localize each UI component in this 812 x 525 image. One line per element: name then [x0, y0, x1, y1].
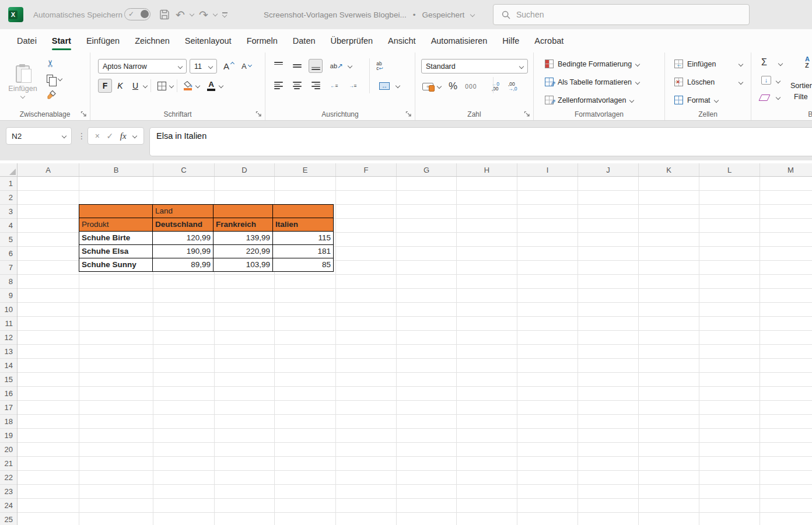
merge-chevron-icon[interactable]	[396, 83, 400, 88]
increase-font-size-button[interactable]: A	[223, 61, 234, 71]
tab-seitenlayout[interactable]: Seitenlayout	[177, 29, 239, 52]
column-header-H[interactable]: H	[457, 163, 517, 176]
fill-color-chevron-icon[interactable]	[195, 83, 200, 88]
sort-filter-icon[interactable]: A Z	[805, 56, 810, 69]
row-header-7[interactable]: 7	[0, 261, 17, 275]
column-header-D[interactable]: D	[215, 163, 275, 176]
insert-cells-button[interactable]: ← Einfügen	[665, 55, 751, 73]
column-header-F[interactable]: F	[336, 163, 397, 176]
cell-E6[interactable]: 181	[272, 244, 334, 258]
italic-button[interactable]: K	[113, 79, 127, 93]
wrap-text-button[interactable]: ab c↩	[373, 59, 387, 73]
cell-E3[interactable]	[272, 204, 334, 218]
search-input[interactable]	[516, 10, 709, 19]
formula-input[interactable]: Elsa in Italien	[149, 127, 812, 156]
fill-button[interactable]: ↓	[761, 76, 771, 85]
borders-chevron-icon[interactable]	[169, 83, 174, 88]
cell-B7[interactable]: Schuhe Sunny	[79, 258, 153, 272]
row-header-11[interactable]: 11	[0, 317, 17, 331]
cell-D3[interactable]	[213, 204, 273, 218]
tab-datei[interactable]: Datei	[9, 29, 44, 52]
undo-chevron-icon[interactable]	[190, 11, 194, 16]
column-header-E[interactable]: E	[275, 163, 336, 176]
tab-zeichnen[interactable]: Zeichnen	[127, 29, 177, 52]
row-header-21[interactable]: 21	[0, 457, 17, 471]
format-as-table-button[interactable]: ✎ Als Tabelle formatieren	[534, 73, 664, 91]
row-header-17[interactable]: 17	[0, 401, 17, 415]
comma-style-button[interactable]: 000	[465, 83, 477, 90]
delete-cells-button[interactable]: × Löschen	[665, 73, 751, 91]
column-header-J[interactable]: J	[578, 163, 639, 176]
column-header-G[interactable]: G	[397, 163, 457, 176]
tab-einfuegen[interactable]: Einfügen	[79, 29, 127, 52]
cell-D7[interactable]: 103,99	[213, 258, 273, 272]
increase-indent-button[interactable]: →≡	[346, 79, 360, 93]
cell-D5[interactable]: 139,99	[213, 231, 273, 245]
cell-E7[interactable]: 85	[272, 258, 334, 272]
orientation-chevron-icon[interactable]	[348, 64, 352, 68]
sort-filter-label-line1[interactable]: Sortier	[790, 82, 812, 90]
name-box-chevron-icon[interactable]	[62, 134, 66, 138]
percent-style-button[interactable]: %	[449, 80, 457, 92]
sort-filter-label-line2[interactable]: Filte	[794, 93, 808, 101]
column-header-B[interactable]: B	[79, 163, 153, 176]
align-bottom-button[interactable]	[309, 59, 323, 73]
underline-button[interactable]: U	[128, 79, 142, 93]
tab-acrobat[interactable]: Acrobat	[527, 29, 571, 52]
align-center-button[interactable]	[290, 79, 304, 93]
align-top-button[interactable]	[271, 59, 285, 73]
autosum-button[interactable]: Σ	[761, 57, 767, 68]
tab-daten[interactable]: Daten	[285, 29, 323, 52]
cell-C5[interactable]: 120,99	[152, 231, 214, 245]
tab-automatisieren[interactable]: Automatisieren	[424, 29, 495, 52]
cell-B6[interactable]: Schuhe Elsa	[79, 244, 153, 258]
number-format-combo[interactable]: Standard	[421, 59, 528, 74]
cell-styles-button[interactable]: ✎ Zellenformatvorlagen	[534, 91, 664, 109]
bold-button[interactable]: F	[98, 79, 112, 93]
copy-button[interactable]	[47, 73, 62, 85]
underline-chevron-icon[interactable]	[143, 83, 148, 88]
tab-start[interactable]: Start	[44, 29, 79, 52]
tab-ansicht[interactable]: Ansicht	[380, 29, 424, 52]
cell-D4[interactable]: Frankreich	[213, 218, 273, 232]
cell-C6[interactable]: 190,99	[152, 244, 214, 258]
orientation-button[interactable]: ab↗	[330, 59, 344, 73]
cell-C7[interactable]: 89,99	[152, 258, 214, 272]
redo-chevron-icon[interactable]	[213, 11, 218, 16]
clear-chevron-icon[interactable]	[776, 95, 780, 100]
column-header-L[interactable]: L	[699, 163, 760, 176]
tab-ueberpruefen[interactable]: Überprüfen	[323, 29, 381, 52]
row-header-24[interactable]: 24	[0, 499, 17, 513]
row-header-6[interactable]: 6	[0, 247, 17, 261]
tab-hilfe[interactable]: Hilfe	[495, 29, 527, 52]
column-header-M[interactable]: M	[760, 163, 812, 176]
row-header-14[interactable]: 14	[0, 359, 17, 373]
row-header-5[interactable]: 5	[0, 233, 17, 247]
cell-B4[interactable]: Produkt	[79, 218, 153, 232]
borders-button[interactable]	[155, 79, 169, 93]
undo-icon[interactable]: ↶	[176, 9, 185, 20]
autosave-toggle[interactable]: ✓	[124, 8, 150, 20]
fill-chevron-icon[interactable]	[776, 79, 780, 83]
merge-center-button[interactable]: ↔	[377, 79, 391, 93]
cell-B5[interactable]: Schuhe Birte	[79, 231, 153, 245]
column-header-I[interactable]: I	[517, 163, 578, 176]
row-header-19[interactable]: 19	[0, 429, 17, 443]
row-header-3[interactable]: 3	[0, 205, 17, 219]
column-header-A[interactable]: A	[18, 163, 79, 176]
cell-D6[interactable]: 220,99	[213, 244, 273, 258]
tab-formeln[interactable]: Formeln	[239, 29, 285, 52]
decrease-decimal-button[interactable]: ,00→,0	[508, 82, 517, 91]
row-header-1[interactable]: 1	[0, 177, 17, 191]
font-color-button[interactable]: A	[204, 79, 218, 93]
row-header-20[interactable]: 20	[0, 443, 17, 457]
row-header-12[interactable]: 12	[0, 331, 17, 345]
row-header-22[interactable]: 22	[0, 471, 17, 485]
select-all-corner[interactable]	[0, 163, 18, 177]
row-header-13[interactable]: 13	[0, 345, 17, 359]
align-left-button[interactable]	[271, 79, 285, 93]
name-box[interactable]: N2	[6, 127, 72, 145]
align-right-button[interactable]	[309, 79, 323, 93]
row-header-23[interactable]: 23	[0, 485, 17, 499]
number-dialog-launcher-icon[interactable]	[524, 111, 530, 117]
